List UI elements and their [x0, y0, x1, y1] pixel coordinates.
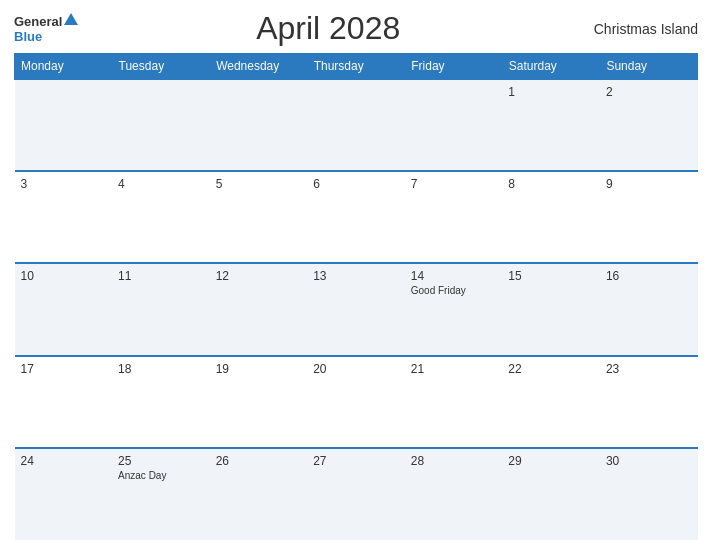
day-number: 3 [21, 177, 107, 191]
calendar-cell: 3 [15, 171, 113, 263]
calendar-cell: 13 [307, 263, 405, 355]
day-number: 28 [411, 454, 497, 468]
day-number: 30 [606, 454, 692, 468]
day-number: 1 [508, 85, 594, 99]
calendar-cell: 17 [15, 356, 113, 448]
day-number: 24 [21, 454, 107, 468]
calendar-cell: 4 [112, 171, 210, 263]
day-number: 9 [606, 177, 692, 191]
calendar-cell: 16 [600, 263, 698, 355]
day-event: Good Friday [411, 285, 497, 296]
calendar-week-row: 17181920212223 [15, 356, 698, 448]
calendar-cell: 21 [405, 356, 503, 448]
day-number: 27 [313, 454, 399, 468]
calendar-cell: 22 [502, 356, 600, 448]
calendar-cell: 12 [210, 263, 308, 355]
calendar-week-row: 12 [15, 79, 698, 171]
day-number: 4 [118, 177, 204, 191]
calendar-cell: 15 [502, 263, 600, 355]
day-number: 25 [118, 454, 204, 468]
day-number: 16 [606, 269, 692, 283]
day-number: 7 [411, 177, 497, 191]
calendar-title: April 2028 [78, 10, 578, 47]
calendar-cell: 5 [210, 171, 308, 263]
logo: General Blue [14, 13, 78, 44]
day-number: 20 [313, 362, 399, 376]
day-number: 23 [606, 362, 692, 376]
calendar-cell: 26 [210, 448, 308, 540]
calendar-cell [307, 79, 405, 171]
day-number: 14 [411, 269, 497, 283]
calendar-week-row: 3456789 [15, 171, 698, 263]
calendar-cell: 11 [112, 263, 210, 355]
day-number: 8 [508, 177, 594, 191]
weekday-header-wednesday: Wednesday [210, 54, 308, 80]
calendar-cell: 6 [307, 171, 405, 263]
day-event: Anzac Day [118, 470, 204, 481]
calendar-cell [112, 79, 210, 171]
calendar-week-row: 1011121314Good Friday1516 [15, 263, 698, 355]
weekday-header-thursday: Thursday [307, 54, 405, 80]
calendar-cell: 20 [307, 356, 405, 448]
day-number: 5 [216, 177, 302, 191]
day-number: 10 [21, 269, 107, 283]
calendar-cell: 2 [600, 79, 698, 171]
day-number: 13 [313, 269, 399, 283]
calendar-cell: 9 [600, 171, 698, 263]
day-number: 26 [216, 454, 302, 468]
calendar-cell: 29 [502, 448, 600, 540]
day-number: 19 [216, 362, 302, 376]
weekday-header-friday: Friday [405, 54, 503, 80]
day-number: 2 [606, 85, 692, 99]
day-number: 22 [508, 362, 594, 376]
calendar-cell: 24 [15, 448, 113, 540]
weekday-header-tuesday: Tuesday [112, 54, 210, 80]
day-number: 18 [118, 362, 204, 376]
day-number: 12 [216, 269, 302, 283]
calendar-cell: 27 [307, 448, 405, 540]
calendar-page: General Blue April 2028 Christmas Island… [0, 0, 712, 550]
weekday-header-monday: Monday [15, 54, 113, 80]
calendar-cell [210, 79, 308, 171]
weekday-header-saturday: Saturday [502, 54, 600, 80]
weekday-header-sunday: Sunday [600, 54, 698, 80]
calendar-cell: 28 [405, 448, 503, 540]
calendar-cell: 30 [600, 448, 698, 540]
calendar-cell: 8 [502, 171, 600, 263]
calendar-cell: 1 [502, 79, 600, 171]
calendar-cell: 18 [112, 356, 210, 448]
calendar-cell: 7 [405, 171, 503, 263]
logo-blue-text: Blue [14, 29, 42, 44]
calendar-cell: 25Anzac Day [112, 448, 210, 540]
calendar-location: Christmas Island [578, 21, 698, 37]
calendar-cell: 10 [15, 263, 113, 355]
calendar-cell [15, 79, 113, 171]
calendar-cell: 14Good Friday [405, 263, 503, 355]
day-number: 6 [313, 177, 399, 191]
day-number: 11 [118, 269, 204, 283]
day-number: 17 [21, 362, 107, 376]
weekday-header-row: MondayTuesdayWednesdayThursdayFridaySatu… [15, 54, 698, 80]
logo-general-text: General [14, 14, 62, 29]
calendar-cell: 19 [210, 356, 308, 448]
calendar-cell [405, 79, 503, 171]
logo-triangle-icon [64, 13, 78, 25]
calendar-week-row: 2425Anzac Day2627282930 [15, 448, 698, 540]
calendar-header: General Blue April 2028 Christmas Island [14, 10, 698, 47]
day-number: 29 [508, 454, 594, 468]
day-number: 15 [508, 269, 594, 283]
day-number: 21 [411, 362, 497, 376]
calendar-table: MondayTuesdayWednesdayThursdayFridaySatu… [14, 53, 698, 540]
calendar-cell: 23 [600, 356, 698, 448]
